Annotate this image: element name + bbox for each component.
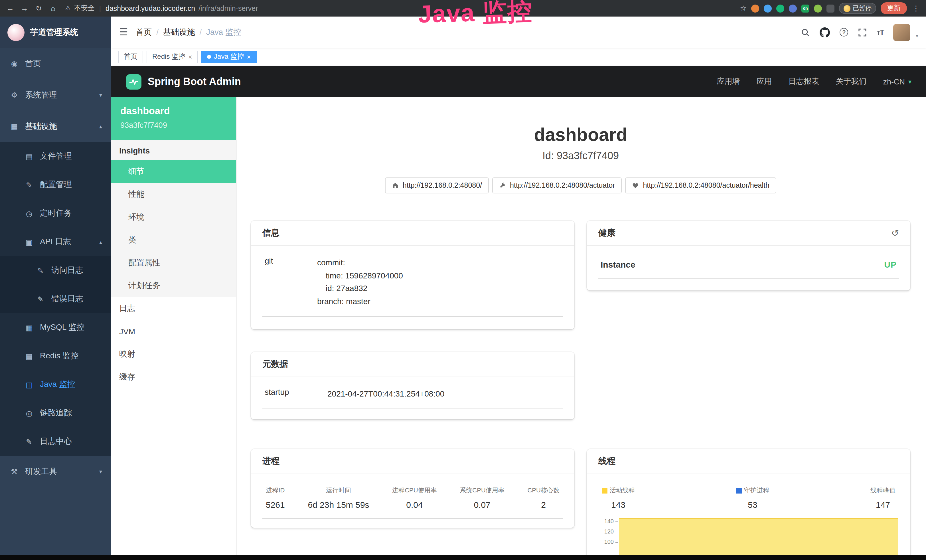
sba-body: dashboard 93a3fc7f7409 Insights 细节 性能 环境…	[111, 97, 926, 560]
database-icon: ▦	[24, 323, 34, 332]
heart-icon	[632, 182, 639, 189]
monitor-icon: ◫	[24, 380, 34, 389]
sidebar-item-system[interactable]: ⚙ 系统管理 ▾	[0, 79, 111, 111]
close-icon[interactable]: ×	[188, 53, 192, 60]
browser-forward-icon[interactable]: →	[20, 4, 29, 12]
extension-icon-1[interactable]	[751, 4, 759, 12]
health-key: Instance	[601, 260, 635, 269]
breadcrumb: 首页 / 基础设施 / Java 监控	[136, 27, 241, 37]
dashboard-icon: ◉	[9, 59, 20, 68]
sba-item-classes[interactable]: 类	[111, 229, 236, 251]
sba-item-scheduled-tasks[interactable]: 计划任务	[111, 274, 236, 297]
app-logo[interactable]: 芋道管理系统	[0, 17, 111, 48]
breadcrumb-separator: /	[200, 28, 202, 36]
extension-icon-6[interactable]	[826, 4, 834, 12]
sba-brand[interactable]: Spring Boot Admin	[126, 74, 241, 89]
extension-badge-on[interactable]: on	[801, 4, 809, 12]
instance-url-link[interactable]: http://192.168.0.2:48080/	[385, 177, 489, 194]
bookmark-star-icon[interactable]: ☆	[740, 4, 747, 12]
screenshot-root: ← → ↻ ⌂ ⚠ 不安全 | dashboard.yudao.iocoder.…	[0, 0, 926, 560]
sidebar-item-label: MySQL 监控	[40, 322, 85, 333]
sba-item-environment[interactable]: 环境	[111, 206, 236, 229]
sidebar-item-error-log[interactable]: ✎ 错误日志	[0, 285, 111, 313]
breadcrumb-current: Java 监控	[206, 27, 241, 37]
card-title: 元数据	[262, 359, 288, 370]
sidebar-item-config[interactable]: ✎ 配置管理	[0, 171, 111, 199]
sba-item-performance[interactable]: 性能	[111, 183, 236, 206]
address-bar[interactable]: ⚠ 不安全 | dashboard.yudao.iocoder.cn/infra…	[63, 3, 735, 13]
extension-icon-3[interactable]	[776, 4, 784, 12]
history-icon[interactable]: ↺	[891, 228, 899, 239]
card-title: 进程	[262, 456, 280, 467]
sba-item-jvm[interactable]: JVM	[111, 320, 236, 343]
sba-item-logs[interactable]: 日志	[111, 297, 236, 320]
font-size-icon[interactable]: ᴛT	[877, 28, 884, 36]
legend-daemon-threads: 守护进程 53	[736, 486, 769, 510]
sba-item-mappings[interactable]: 映射	[111, 343, 236, 366]
sba-nav-about[interactable]: 关于我们	[835, 76, 866, 87]
update-button[interactable]: 更新	[881, 2, 907, 14]
sba-content: dashboard Id: 93a3fc7f7409 http://192.16…	[237, 97, 926, 560]
sidebar-item-java[interactable]: ◫ Java 监控	[0, 370, 111, 399]
infra-icon: ▦	[9, 122, 20, 131]
app-logo-avatar	[8, 24, 24, 41]
extension-icon-4[interactable]	[789, 4, 797, 12]
breadcrumb-home[interactable]: 首页	[136, 27, 152, 37]
live-threads-swatch	[602, 487, 607, 493]
link-label: http://192.168.0.2:48080/actuator	[510, 182, 615, 189]
sba-item-config-props[interactable]: 配置属性	[111, 251, 236, 274]
search-icon[interactable]	[801, 28, 810, 37]
help-icon[interactable]: ?	[840, 28, 848, 36]
locale-value: zh-CN	[883, 77, 905, 86]
header-actions: ? ᴛT ▾	[801, 24, 918, 41]
sba-item-details[interactable]: 细节	[111, 160, 236, 183]
health-url-link[interactable]: http://192.168.0.2:48080/actuator/health	[625, 177, 776, 194]
process-stats-row: 进程ID 5261 运行时间 6d 23h 15m 59s	[262, 479, 563, 519]
tabs-bar: 首页 Redis 监控 × Java 监控 ×	[111, 48, 926, 66]
extension-icon-2[interactable]	[764, 4, 772, 12]
sidebar-item-file[interactable]: ▤ 文件管理	[0, 142, 111, 171]
sidebar-item-log-center[interactable]: ✎ 日志中心	[0, 427, 111, 456]
admin-menu: ◉ 首页 ⚙ 系统管理 ▾ ▦ 基础设施 ▴ ▤ 文件管理	[0, 48, 111, 487]
sba-item-caches[interactable]: 缓存	[111, 366, 236, 389]
sba-nav-applications[interactable]: 应用	[756, 76, 772, 87]
user-avatar[interactable]	[893, 24, 911, 41]
threads-legend: 活动线程 143 守护进程	[598, 479, 899, 512]
sidebar-item-api-log[interactable]: ▣ API 日志 ▴	[0, 228, 111, 256]
locale-select[interactable]: zh-CN ▾	[883, 77, 911, 86]
sidebar-item-trace[interactable]: ◎ 链路追踪	[0, 399, 111, 427]
sidebar-item-job[interactable]: ◷ 定时任务	[0, 199, 111, 228]
sidebar-item-label: 错误日志	[51, 294, 83, 304]
sidebar-item-infra[interactable]: ▦ 基础设施 ▴	[0, 111, 111, 142]
extension-icon-5[interactable]	[814, 4, 822, 12]
browser-back-icon[interactable]: ←	[6, 4, 15, 12]
chart-plot-area	[618, 516, 899, 560]
sba-nav-journal[interactable]: 日志报表	[788, 76, 819, 87]
sidebar-item-mysql[interactable]: ▦ MySQL 监控	[0, 313, 111, 342]
instance-header[interactable]: dashboard 93a3fc7f7409	[111, 97, 236, 140]
sidebar-item-home[interactable]: ◉ 首页	[0, 48, 111, 79]
sba-nav: 应用墙 应用 日志报表 关于我们 zh-CN ▾	[717, 76, 911, 87]
sba-header: Spring Boot Admin 应用墙 应用 日志报表 关于我们 zh-CN…	[111, 66, 926, 97]
sidebar-item-redis[interactable]: ▤ Redis 监控	[0, 342, 111, 370]
browser-reload-icon[interactable]: ↻	[34, 4, 43, 12]
sba-nav-wallboard[interactable]: 应用墙	[717, 76, 740, 87]
fullscreen-icon[interactable]	[858, 28, 867, 37]
browser-home-icon[interactable]: ⌂	[48, 4, 57, 12]
breadcrumb-infra[interactable]: 基础设施	[163, 27, 195, 37]
threads-chart: 140 120 100	[598, 516, 899, 560]
sidebar-item-access-log[interactable]: ✎ 访问日志	[0, 256, 111, 285]
instance-links: http://192.168.0.2:48080/ http://192.168…	[251, 177, 910, 194]
hamburger-icon[interactable]: ☰	[119, 26, 128, 38]
tab-home[interactable]: 首页	[118, 50, 143, 63]
close-icon[interactable]: ×	[247, 53, 251, 60]
profile-paused-badge[interactable]: 已暂停	[839, 3, 876, 14]
tab-java[interactable]: Java 监控 ×	[201, 50, 256, 63]
sidebar-item-dev-tools[interactable]: ⚒ 研发工具 ▾	[0, 456, 111, 487]
tab-redis[interactable]: Redis 监控 ×	[147, 50, 198, 63]
actuator-url-link[interactable]: http://192.168.0.2:48080/actuator	[492, 177, 622, 194]
browser-menu-icon[interactable]: ⋮	[911, 4, 921, 12]
sidebar-item-label: API 日志	[40, 237, 71, 247]
github-icon[interactable]	[820, 27, 830, 37]
git-id-line: id: 27aa832	[317, 282, 561, 295]
